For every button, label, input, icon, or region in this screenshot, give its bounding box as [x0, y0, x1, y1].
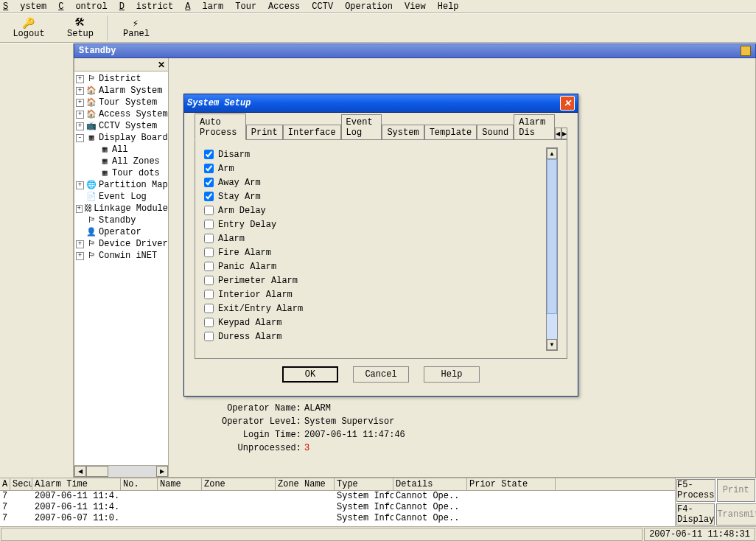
check-stay-arm[interactable]: Stay Arm: [204, 189, 546, 203]
expand-icon[interactable]: +: [76, 122, 84, 130]
f5-process-button[interactable]: F5-Process: [676, 479, 715, 502]
check-alarm[interactable]: Alarm: [204, 231, 546, 245]
tree-node[interactable]: +🏳District: [74, 73, 168, 85]
scroll-right-icon[interactable]: ▶: [156, 466, 168, 477]
checkbox[interactable]: [204, 276, 214, 285]
checkbox[interactable]: [204, 164, 214, 173]
scroll-thumb[interactable]: [547, 159, 557, 314]
expand-icon[interactable]: +: [76, 252, 84, 260]
scroll-thumb[interactable]: [86, 466, 108, 477]
scroll-left-icon[interactable]: ◀: [74, 466, 86, 477]
tab-auto-process[interactable]: Auto Process: [195, 114, 246, 140]
grid-row[interactable]: 72007-06-11 11:4..System InfoCannot Ope.…: [0, 502, 675, 513]
checkbox[interactable]: [204, 248, 214, 257]
tab-print[interactable]: Print: [246, 125, 283, 139]
tree-h-scrollbar[interactable]: ◀ ▶: [74, 465, 168, 477]
menu-tour[interactable]: Tour: [235, 1, 256, 12]
menu-help[interactable]: Help: [438, 1, 459, 12]
menu-district[interactable]: District: [119, 1, 174, 12]
menu-cctv[interactable]: CCTV: [312, 1, 333, 12]
tree-node[interactable]: 🏳Standby: [74, 214, 168, 226]
grid-col-header[interactable]: Details: [393, 478, 467, 490]
menu-system[interactable]: System: [3, 1, 46, 12]
grid-col-header[interactable]: Name: [158, 478, 202, 490]
expand-icon[interactable]: +: [76, 87, 84, 95]
help-button[interactable]: Help: [424, 366, 480, 383]
tree-node[interactable]: +🌐Partition Map: [74, 179, 168, 191]
expand-icon[interactable]: +: [76, 111, 84, 119]
tree-node[interactable]: -▦Display Board: [74, 132, 168, 144]
checklist-v-scrollbar[interactable]: ▲ ▼: [546, 147, 558, 351]
checkbox[interactable]: [204, 192, 214, 201]
checkbox[interactable]: [204, 220, 214, 229]
check-duress-alarm[interactable]: Duress Alarm: [204, 329, 546, 343]
grid-col-header[interactable]: Prior State: [467, 478, 556, 490]
expand-icon[interactable]: +: [76, 205, 83, 213]
grid-row[interactable]: 72007-06-11 11:4..System InfoCannot Ope.…: [0, 491, 675, 502]
check-panic-alarm[interactable]: Panic Alarm: [204, 259, 546, 273]
menu-alarm[interactable]: Alarm: [185, 1, 223, 12]
print-button[interactable]: Print: [717, 479, 756, 502]
grid-col-header[interactable]: Zone: [202, 478, 276, 490]
tab-system[interactable]: System: [382, 125, 424, 139]
tree-node[interactable]: +🏠Tour System: [74, 97, 168, 108]
menu-view[interactable]: View: [405, 1, 426, 12]
tree-close-button[interactable]: ✕: [74, 58, 168, 71]
tab-template[interactable]: Template: [424, 125, 477, 139]
checkbox[interactable]: [204, 150, 214, 159]
expand-icon[interactable]: +: [76, 240, 84, 248]
tree-node[interactable]: +🏳Device Driver: [74, 238, 168, 250]
grid-col-header[interactable]: Zone Name: [276, 478, 335, 490]
expand-icon[interactable]: +: [76, 75, 84, 83]
panel-button[interactable]: ⚡ Panel: [111, 14, 162, 42]
tab-sound[interactable]: Sound: [477, 125, 514, 139]
setup-button[interactable]: 🛠 Setup: [55, 14, 106, 42]
tree-node[interactable]: +🏠Access System: [74, 108, 168, 120]
check-arm[interactable]: Arm: [204, 161, 546, 175]
check-arm-delay[interactable]: Arm Delay: [204, 203, 546, 217]
menu-control[interactable]: Control: [58, 1, 107, 12]
expand-icon[interactable]: +: [76, 99, 84, 107]
checkbox[interactable]: [204, 262, 214, 271]
cancel-button[interactable]: Cancel: [353, 366, 409, 383]
tree-node[interactable]: 👤Operator: [74, 226, 168, 238]
ok-button[interactable]: OK: [282, 366, 338, 383]
checkbox[interactable]: [204, 206, 214, 215]
tab-event-log[interactable]: Event Log: [341, 114, 382, 139]
checkbox[interactable]: [204, 290, 214, 299]
nav-tree[interactable]: +🏳District+🏠Alarm System+🏠Tour System+🏠A…: [74, 71, 168, 465]
check-away-arm[interactable]: Away Arm: [204, 175, 546, 189]
check-entry-delay[interactable]: Entry Delay: [204, 217, 546, 231]
check-fire-alarm[interactable]: Fire Alarm: [204, 245, 546, 259]
menu-operation[interactable]: Operation: [345, 1, 393, 12]
check-disarm[interactable]: Disarm: [204, 147, 546, 161]
tree-node[interactable]: ▦Tour dots: [74, 167, 168, 179]
expand-icon[interactable]: +: [76, 181, 84, 189]
check-interior-alarm[interactable]: Interior Alarm: [204, 287, 546, 301]
tab-nav-left-icon[interactable]: ◀: [555, 128, 561, 139]
grid-col-header[interactable]: A: [0, 478, 10, 490]
tree-node[interactable]: +🏠Alarm System: [74, 85, 168, 97]
checkbox[interactable]: [204, 234, 214, 243]
checkbox[interactable]: [204, 178, 214, 187]
tree-node[interactable]: +🏳Conwin iNET: [74, 250, 168, 262]
tree-node[interactable]: +📺CCTV System: [74, 120, 168, 132]
grid-col-header[interactable]: Type: [335, 478, 393, 490]
logout-button[interactable]: 🔑 Logout: [3, 14, 55, 42]
scroll-up-icon[interactable]: ▲: [547, 148, 557, 159]
tree-node[interactable]: ▦All: [74, 144, 168, 156]
check-exit-entry-alarm[interactable]: Exit/Entry Alarm: [204, 301, 546, 315]
dialog-titlebar[interactable]: System Setup ✕: [184, 94, 578, 113]
tab-interface[interactable]: Interface: [283, 125, 341, 139]
check-keypad-alarm[interactable]: Keypad Alarm: [204, 315, 546, 329]
f4-display-button[interactable]: F4-Display: [676, 503, 715, 526]
collapse-icon[interactable]: -: [76, 134, 84, 142]
tree-node[interactable]: ▦All Zones: [74, 156, 168, 167]
tab-alarm-dis[interactable]: Alarm Dis: [514, 114, 555, 139]
checkbox[interactable]: [204, 318, 214, 327]
tab-nav-right-icon[interactable]: ▶: [561, 128, 567, 139]
check-perimeter-alarm[interactable]: Perimeter Alarm: [204, 273, 546, 287]
tree-node[interactable]: 📄Event Log: [74, 191, 168, 203]
scroll-down-icon[interactable]: ▼: [547, 339, 557, 350]
grid-col-header[interactable]: Secu: [10, 478, 32, 490]
